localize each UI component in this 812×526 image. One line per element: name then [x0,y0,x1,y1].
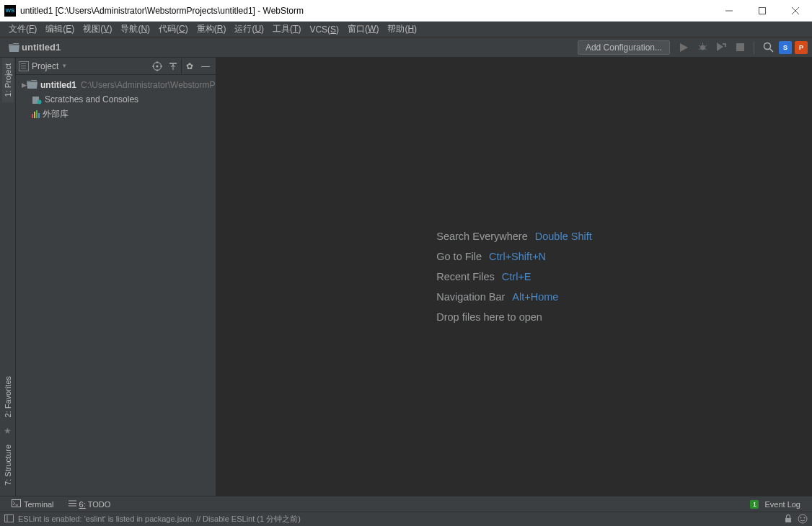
tool-tab-todo[interactable]: 6: TODO [61,498,118,510]
app-icon: WS [4,5,16,17]
todo-icon [69,499,76,509]
hint-recent-files: Recent FilesCtrl+E [436,271,592,282]
star-icon: ★ [4,426,12,436]
svg-rect-30 [785,518,791,522]
breadcrumb[interactable]: untitled1 [22,42,61,53]
menu-navigate[interactable]: 导航(N) [116,22,154,37]
project-panel-header: Project ▼ ✿ — [16,58,216,75]
menu-view[interactable]: 视图(V) [79,22,116,37]
run-with-coverage-icon[interactable] [712,40,731,55]
chevron-down-icon[interactable]: ▼ [61,63,67,69]
add-configuration-button[interactable]: Add Configuration... [578,40,670,55]
tree-node-external[interactable]: 外部库 [16,107,216,121]
project-panel: Project ▼ ✿ — ▶ untitled1 C:\Users\Admin… [16,58,216,496]
folder-icon [27,80,37,91]
menu-window[interactable]: 窗口(W) [343,22,383,37]
menu-vcs[interactable]: VCS(S) [305,23,343,36]
project-header-label[interactable]: Project [32,61,58,71]
menu-edit[interactable]: 编辑(E) [41,22,79,37]
maximize-button[interactable] [746,0,779,22]
presentation-badge[interactable]: P [795,41,808,54]
window-title: untitled1 [C:\Users\Administrator\Websto… [20,6,304,16]
terminal-icon [12,499,21,509]
svg-rect-23 [12,500,21,507]
tree-node-root[interactable]: ▶ untitled1 C:\Users\Administrator\Webst… [16,78,216,92]
svg-point-33 [804,517,806,518]
svg-point-4 [700,45,705,50]
event-badge-icon: 1 [750,500,759,509]
svg-line-7 [705,45,707,47]
editor-hints: Search EverywhereDouble Shift Go to File… [436,222,592,331]
svg-line-6 [699,45,700,47]
hint-goto-file: Go to FileCtrl+Shift+N [436,251,592,262]
svg-rect-10 [736,43,744,51]
svg-line-9 [705,49,707,50]
svg-rect-28 [5,515,14,522]
translator-badge[interactable]: S [779,41,792,54]
svg-point-11 [764,43,770,50]
menu-file[interactable]: 文件(F) [4,22,41,37]
menu-tools[interactable]: 工具(T) [268,22,305,37]
status-message: ESLint is enabled: 'eslint' is listed in… [18,514,301,525]
menu-bar: 文件(F) 编辑(E) 视图(V) 导航(N) 代码(C) 重构(R) 运行(U… [0,22,812,37]
status-bar: ESLint is enabled: 'eslint' is listed in… [0,512,812,526]
hint-search-everywhere: Search EverywhereDouble Shift [436,231,592,242]
bottom-tool-bar: Terminal 6: TODO 1 Event Log [0,496,812,512]
stop-icon[interactable] [731,40,749,55]
external-lib-icon [32,110,40,118]
svg-point-31 [798,514,807,523]
search-icon[interactable] [759,40,777,55]
close-button[interactable] [779,0,812,22]
goofy-icon[interactable] [798,514,808,525]
tree-external-label: 外部库 [43,108,69,120]
svg-line-8 [699,49,700,50]
tree-root-path: C:\Users\Administrator\WebstormProjects\… [81,80,216,90]
editor-area[interactable]: Search EverywhereDouble Shift Go to File… [216,58,812,496]
lock-icon[interactable] [785,514,792,525]
event-log-label: Event Log [764,500,800,509]
svg-point-22 [37,99,42,104]
hint-navigation-bar: Navigation BarAlt+Home [436,291,592,303]
tool-tab-terminal[interactable]: Terminal [4,498,61,510]
tool-tab-structure[interactable]: 7: Structure [2,439,14,491]
tool-tab-project[interactable]: 1: Project [2,58,14,102]
tree-scratches-label: Scratches and Consoles [45,94,138,104]
menu-refactor[interactable]: 重构(R) [193,22,231,37]
svg-point-32 [800,517,802,518]
terminal-label: Terminal [24,500,54,509]
minimize-button[interactable] [712,0,746,22]
svg-rect-1 [759,7,766,14]
window-titlebar: WS untitled1 [C:\Users\Administrator\Web… [0,0,812,22]
project-icon [19,61,29,71]
folder-icon [9,43,19,51]
main-area: 1: Project 2: Favorites ★ 7: Structure P… [0,58,812,496]
svg-point-14 [156,65,159,67]
tool-tab-event-log[interactable]: 1 Event Log [743,499,808,510]
hide-panel-icon[interactable]: — [197,59,213,73]
tool-tab-favorites[interactable]: 2: Favorites [2,370,14,423]
scratches-icon [32,96,42,104]
project-tree[interactable]: ▶ untitled1 C:\Users\Administrator\Webst… [16,75,216,124]
collapse-all-icon[interactable] [165,59,181,73]
menu-code[interactable]: 代码(C) [154,22,193,37]
expand-arrow-icon[interactable]: ▶ [22,81,27,89]
hint-drop-files: Drop files here to open [436,311,592,323]
tree-root-name: untitled1 [40,80,76,90]
locate-icon[interactable] [149,59,165,73]
svg-line-12 [769,49,773,53]
tool-window-toggle-icon[interactable] [4,514,14,524]
navigation-bar: untitled1 Add Configuration... S P [0,37,812,58]
menu-help[interactable]: 帮助(H) [383,22,421,37]
tree-node-scratches[interactable]: Scratches and Consoles [16,92,216,107]
menu-run[interactable]: 运行(U) [230,22,268,37]
debug-icon[interactable] [693,40,712,55]
left-tool-gutter: 1: Project 2: Favorites ★ 7: Structure [0,58,16,496]
gear-icon[interactable]: ✿ [181,59,197,73]
run-icon[interactable] [674,40,693,55]
